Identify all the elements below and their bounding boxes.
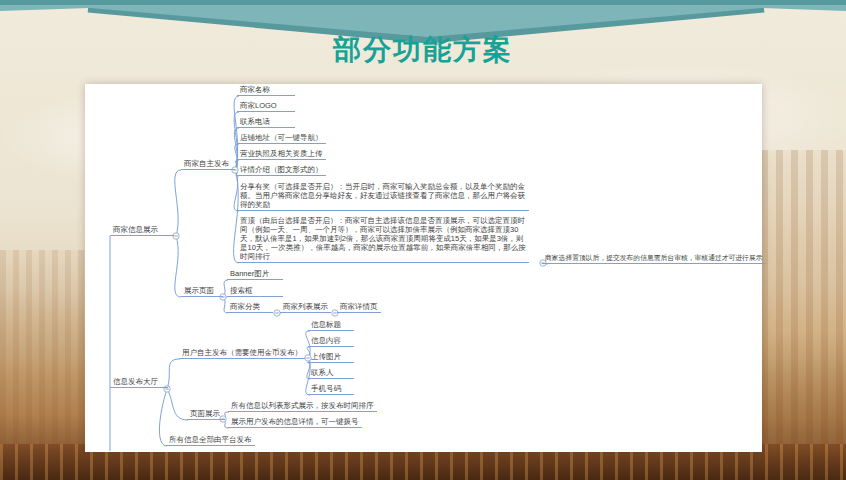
node-page-display: 页面展示 <box>187 409 225 420</box>
node-search-box: 搜索框 <box>227 286 283 297</box>
node-merchant-self-publish: 商家自主发布 <box>181 159 235 170</box>
node-list-sorted-by-time: 所有信息以列表形式展示，按发布时间排序 <box>228 401 377 412</box>
node-merchant-category: 商家分类 <box>227 302 273 313</box>
node-contact-person: 联系人 <box>308 368 354 379</box>
node-banner-image: Banner图片 <box>227 269 283 280</box>
node-merchant-list: 商家列表展示 <box>280 302 331 313</box>
node-merchant-logo: 商家LOGO <box>237 101 295 112</box>
node-shop-address: 店铺地址（可一键导航） <box>237 133 326 144</box>
node-info-title: 信息标题 <box>308 320 354 331</box>
node-info-publish-hall: 信息发布大厅 <box>110 377 168 388</box>
node-merchant-name: 商家名称 <box>237 85 295 96</box>
node-merchant-info-display: 商家信息展示 <box>110 225 174 236</box>
node-upload-image: 上传图片 <box>308 352 354 363</box>
page-title: 部分功能方案 <box>0 31 846 69</box>
node-detail-one-click-dial: 展示用户发布的信息详情，可一键拨号 <box>228 417 362 428</box>
node-mobile-number: 手机号码 <box>308 384 354 395</box>
node-merchant-detail-page: 商家详情页 <box>337 302 381 313</box>
node-display-page: 展示页面 <box>181 286 223 297</box>
node-pin-top-note: 置顶（由后台选择是否开启）：商家可自主选择该信息是否置顶展示，可以选定置顶时间（… <box>237 216 529 263</box>
node-license-upload: 营业执照及相关资质上传 <box>237 149 326 160</box>
node-contact-phone: 联系电话 <box>237 117 295 128</box>
city-photo-right <box>761 150 846 480</box>
node-info-content: 信息内容 <box>308 336 354 347</box>
node-share-reward-note: 分享有奖（可选择是否开启）：当开启时，商家可输入奖励总金额，以及单个奖励的金额。… <box>237 182 529 211</box>
node-pin-top-review: 商家选择置顶以后，提交发布的信息需后台审核，审核通过才可进行展示 <box>542 253 766 264</box>
node-user-self-publish: 用户自主发布（需要使用金币发布） <box>179 348 305 359</box>
ribbon-top-strip <box>0 0 846 5</box>
node-platform-publish-all: 所有信息全部由平台发布 <box>166 435 255 446</box>
slide: { "slide": { "title": "部分功能方案", "colors"… <box>0 0 846 480</box>
mindmap-panel <box>85 84 762 452</box>
node-detail-intro: 详情介绍（图文形式的） <box>237 165 326 176</box>
